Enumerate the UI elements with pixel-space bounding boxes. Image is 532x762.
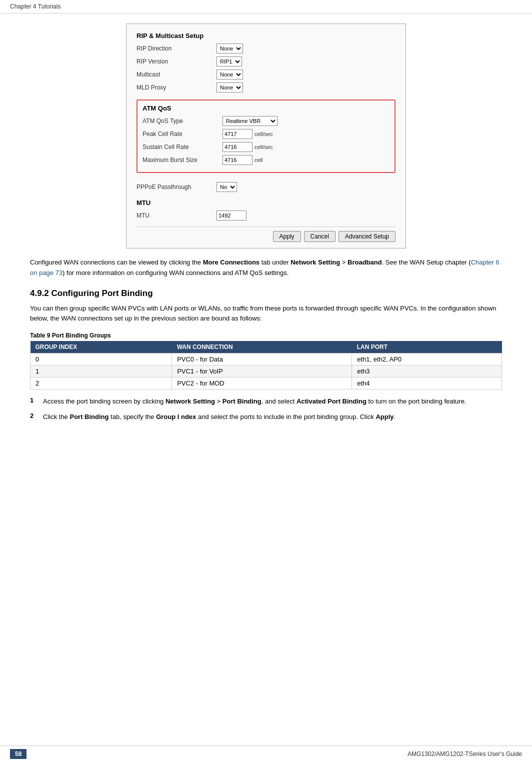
peak-cell-rate-label: Peak Cell Rate	[142, 130, 222, 138]
bold-more-connections: More Connections	[203, 258, 260, 266]
table-cell: eth4	[352, 378, 502, 390]
page-footer: 58 AMG1302/AMG1202-TSeries User's Guide	[0, 746, 532, 762]
th-lan-port: LAN PORT	[352, 341, 502, 354]
step1-number: 1	[30, 396, 39, 404]
chapter-title: Chapter 4 Tutorials	[10, 3, 60, 10]
pppoe-row: PPPoE Passthrough No	[136, 182, 396, 192]
table-cell: eth1, eth2, AP0	[352, 354, 502, 366]
step2-bold-apply: Apply	[376, 413, 394, 420]
table-cell: PVC2 - for MOD	[172, 378, 352, 390]
screenshot-box: RIP & Multicast Setup RIP Direction None…	[126, 24, 406, 248]
atm-qos-type-select[interactable]: Realtime VBR	[222, 116, 278, 126]
atm-qos-title: ATM QoS	[142, 104, 390, 112]
rip-version-select[interactable]: RIP1	[216, 56, 242, 66]
footer-guide-name: AMG1302/AMG1202-TSeries User's Guide	[408, 750, 522, 758]
rip-direction-select[interactable]: None	[216, 44, 243, 54]
step2-number: 2	[30, 412, 39, 420]
peak-cell-rate-row: Peak Cell Rate cell/sec	[142, 129, 390, 139]
table-cell: eth3	[352, 366, 502, 378]
table-cell: PVC0 - for Data	[172, 354, 352, 366]
max-burst-input[interactable]	[222, 155, 252, 165]
atm-qos-type-row: ATM QoS Type Realtime VBR	[142, 116, 390, 126]
page-header: Chapter 4 Tutorials	[0, 0, 532, 14]
sustain-cell-rate-row: Sustain Cell Rate cell/sec	[142, 142, 390, 152]
bold-network-setting: Network Setting	[290, 258, 340, 266]
mtu-row: MTU	[136, 210, 396, 220]
chapter6-link[interactable]: Chapter 6 on page 73	[30, 258, 500, 276]
th-group-index: GROUP INDEX	[30, 341, 172, 354]
rip-direction-row: RIP Direction None	[136, 44, 396, 54]
step1-row: 1 Access the port binding screen by clic…	[30, 396, 502, 407]
step1-bold-activated: Activated Port Binding	[296, 398, 366, 405]
step2-text: Click the Port Binding tab, specify the …	[43, 412, 396, 422]
rip-version-label: RIP Version	[136, 58, 216, 65]
table-row: 1PVC1 - for VoIPeth3	[30, 366, 502, 378]
table-cell: PVC1 - for VoIP	[172, 366, 352, 378]
max-burst-label: Maximum Burst Size	[142, 156, 222, 164]
multicast-row: Multicast None	[136, 70, 396, 80]
table-cell: 0	[30, 354, 172, 366]
mld-proxy-label: MLD Proxy	[136, 84, 216, 91]
mld-proxy-select[interactable]: None	[216, 82, 243, 92]
rip-multicast-title: RIP & Multicast Setup	[136, 32, 396, 40]
bold-broadband: Broadband	[348, 258, 382, 266]
paragraph2: You can then group specific WAN PVCs wit…	[30, 304, 502, 324]
peak-cell-rate-unit: cell/sec	[254, 131, 273, 137]
step2-row: 2 Click the Port Binding tab, specify th…	[30, 412, 502, 422]
multicast-select[interactable]: None	[216, 70, 243, 80]
button-row: Apply Cancel Advanced Setup	[136, 226, 396, 242]
mtu-section-title: MTU	[136, 199, 396, 206]
step1-text: Access the port binding screen by clicki…	[43, 396, 466, 407]
th-wan-connection: WAN CONNECTION	[172, 341, 352, 354]
table-cell: 2	[30, 378, 172, 390]
atm-qos-type-label: ATM QoS Type	[142, 118, 222, 124]
table-row: 2PVC2 - for MODeth4	[30, 378, 502, 390]
step1-bold-network-setting: Network Setting	[166, 398, 215, 405]
sustain-cell-rate-unit: cell/sec	[254, 144, 273, 150]
sustain-cell-rate-label: Sustain Cell Rate	[142, 144, 222, 150]
rip-direction-label: RIP Direction	[136, 45, 216, 52]
apply-button[interactable]: Apply	[273, 231, 301, 242]
peak-cell-rate-input[interactable]	[222, 129, 252, 139]
sustain-cell-rate-input[interactable]	[222, 142, 252, 152]
max-burst-row: Maximum Burst Size cell	[142, 155, 390, 165]
footer-page-number: 58	[10, 749, 26, 759]
table-caption: Table 9 Port Binding Groups	[30, 332, 502, 339]
table-body: 0PVC0 - for Dataeth1, eth2, AP01PVC1 - f…	[30, 354, 502, 390]
advanced-setup-button[interactable]: Advanced Setup	[338, 231, 396, 242]
table-header-row: GROUP INDEX WAN CONNECTION LAN PORT	[30, 341, 502, 354]
atm-qos-box: ATM QoS ATM QoS Type Realtime VBR Peak C…	[136, 100, 396, 173]
table-row: 0PVC0 - for Dataeth1, eth2, AP0	[30, 354, 502, 366]
port-binding-table: GROUP INDEX WAN CONNECTION LAN PORT 0PVC…	[30, 341, 502, 390]
cancel-button[interactable]: Cancel	[304, 231, 336, 242]
step1-bold-port-binding: Port Binding	[222, 398, 262, 405]
step2-bold-group-index: Group I ndex	[156, 413, 196, 420]
table-cell: 1	[30, 366, 172, 378]
paragraph1: Configured WAN connections can be viewed…	[30, 258, 502, 278]
section-heading-492: 4.9.2 Configuring Port Binding	[30, 288, 502, 298]
step2-bold-port-binding: Port Binding	[70, 413, 108, 420]
mtu-label: MTU	[136, 212, 216, 219]
multicast-label: Multicast	[136, 71, 216, 78]
max-burst-unit: cell	[254, 157, 263, 163]
pppoe-select[interactable]: No	[216, 182, 237, 192]
rip-version-row: RIP Version RIP1	[136, 56, 396, 66]
pppoe-label: PPPoE Passthrough	[136, 184, 216, 190]
mtu-input[interactable]	[216, 210, 246, 220]
mld-proxy-row: MLD Proxy None	[136, 82, 396, 92]
